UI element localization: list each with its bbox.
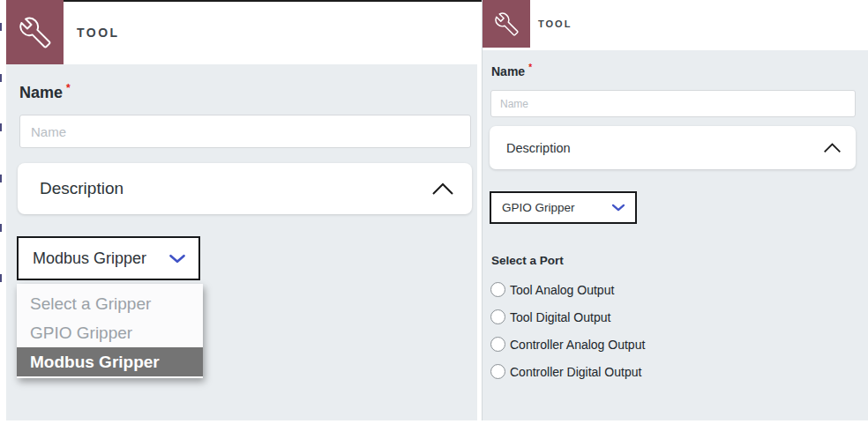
dropdown-option[interactable]: Select a Gripper (17, 289, 203, 318)
dropdown-option-selected[interactable]: Modbus Gripper (17, 347, 203, 376)
cropped-edge-mark (0, 274, 2, 282)
description-accordion[interactable]: Description (18, 163, 472, 214)
port-radio-option[interactable]: Tool Digital Output (490, 309, 610, 324)
cropped-edge-mark (0, 224, 2, 232)
tool-panel-right: TOOL Name* Description GPIO Gripper Sele… (482, 0, 868, 420)
panel-header: TOOL (483, 0, 868, 50)
panel-header: TOOL (6, 0, 477, 64)
tool-icon-tile (483, 0, 530, 48)
name-input[interactable] (490, 90, 856, 117)
chevron-down-icon (168, 253, 186, 264)
wrench-icon (19, 17, 51, 48)
radio-button[interactable] (490, 337, 505, 352)
gripper-select-value: GPIO Gripper (502, 201, 575, 214)
chevron-up-icon (823, 143, 842, 153)
wrench-icon (495, 12, 519, 36)
cropped-edge-mark (0, 23, 2, 31)
description-accordion[interactable]: Description (490, 126, 856, 169)
radio-button[interactable] (490, 309, 505, 324)
cropped-edge-mark (0, 175, 2, 182)
dropdown-option[interactable]: GPIO Gripper (17, 318, 203, 347)
description-label: Description (506, 141, 571, 155)
radio-button[interactable] (490, 282, 505, 297)
tool-panel-left: TOOL Name* Description Modbus Gripper Se… (6, 0, 477, 420)
panel-body: Name* Description Modbus Gripper Select … (6, 64, 477, 420)
top-border-rule (6, 0, 482, 2)
cropped-edge-mark (0, 123, 2, 131)
name-input[interactable] (19, 115, 471, 148)
name-label: Name* (19, 82, 71, 102)
radio-label: Controller Digital Output (510, 365, 641, 379)
radio-label: Tool Digital Output (510, 310, 610, 324)
gripper-select-value: Modbus Gripper (33, 249, 146, 268)
port-radio-option[interactable]: Tool Analog Output (490, 282, 614, 297)
required-asterisk: * (528, 63, 532, 72)
chevron-down-icon (611, 203, 625, 212)
panel-title: TOOL (77, 26, 120, 40)
tool-icon-tile (6, 0, 64, 64)
gripper-dropdown-menu: Select a Gripper GPIO Gripper Modbus Gri… (17, 284, 203, 378)
required-asterisk: * (66, 82, 71, 94)
radio-button[interactable] (490, 364, 505, 379)
radio-label: Tool Analog Output (510, 283, 614, 297)
radio-label: Controller Analog Output (510, 338, 645, 352)
description-label: Description (40, 179, 123, 198)
cropped-edge-mark (0, 74, 2, 82)
panel-title: TOOL (538, 19, 572, 29)
tool-config-screens: TOOL Name* Description Modbus Gripper Se… (0, 0, 868, 424)
panel-body: Name* Description GPIO Gripper Select a … (483, 50, 868, 420)
gripper-select[interactable]: GPIO Gripper (490, 191, 637, 224)
chevron-up-icon (431, 182, 454, 196)
port-radio-option[interactable]: Controller Analog Output (490, 337, 645, 352)
select-port-label: Select a Port (491, 254, 564, 267)
port-radio-option[interactable]: Controller Digital Output (490, 364, 641, 379)
name-label: Name* (491, 63, 532, 78)
gripper-select[interactable]: Modbus Gripper (17, 236, 200, 280)
